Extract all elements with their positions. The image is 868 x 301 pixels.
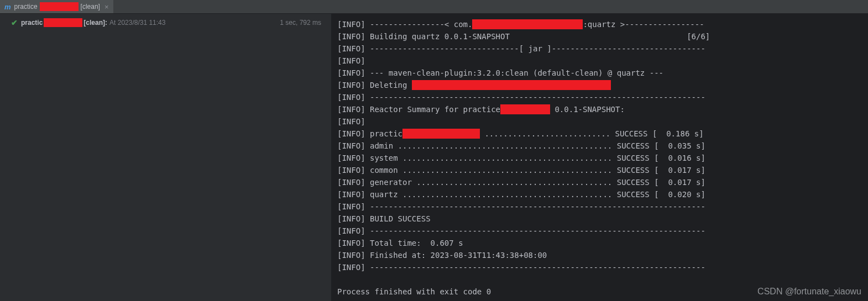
console-output-panel[interactable]: [INFO] ----------------< com.:quartz >--… — [332, 14, 868, 301]
run-duration: 1 sec, 792 ms — [280, 19, 327, 27]
success-check-icon: ✔ — [11, 18, 18, 27]
console-line: [INFO] ---------------------------------… — [337, 91, 862, 103]
console-line: [INFO] ---------------------------------… — [337, 261, 862, 273]
console-line: [INFO] system ..........................… — [337, 152, 862, 164]
console-line: [INFO] Reactor Summary for practice 0.0.… — [337, 103, 862, 115]
console-text: ........................... SUCCESS [ 0.… — [480, 129, 704, 138]
redacted-block — [44, 18, 82, 27]
run-tree-panel: ✔ practic [clean]: At 2023/8/31 11:43 1 … — [0, 14, 332, 301]
console-line: [INFO] Deleting — [337, 79, 862, 91]
run-goal: [clean]: — [83, 19, 107, 27]
main-area: ✔ practic [clean]: At 2023/8/31 11:43 1 … — [0, 14, 868, 301]
redacted-block — [500, 104, 550, 114]
console-text: :quartz >----------------- — [583, 20, 704, 29]
console-line: [INFO] quartz ..........................… — [337, 188, 862, 200]
console-line: [INFO] Building quartz 0.0.1-SNAPSHOT [6… — [337, 30, 862, 43]
console-line: [INFO] ----------------< com.:quartz >--… — [337, 18, 862, 30]
console-line: [INFO] --------------------------------[… — [337, 43, 862, 55]
run-config-tab[interactable]: m practice [clean] × — [0, 0, 113, 13]
console-text: 0.0.1-SNAPSHOT: — [550, 105, 625, 114]
console-line: [INFO] — [337, 55, 862, 67]
console-line: [INFO] generator .......................… — [337, 176, 862, 188]
console-line — [337, 273, 862, 286]
console-line: [INFO] --- maven-clean-plugin:3.2.0:clea… — [337, 67, 862, 79]
console-line: [INFO] admin ...........................… — [337, 140, 862, 152]
maven-icon: m — [4, 3, 11, 11]
console-line: [INFO] ---------------------------------… — [337, 225, 862, 237]
run-name-prefix: practic — [21, 19, 43, 27]
run-timestamp: At 2023/8/31 11:43 — [109, 19, 165, 27]
console-text: [INFO] Deleting — [337, 81, 412, 89]
console-line: [INFO] Finished at: 2023-08-31T11:43:38+… — [337, 249, 862, 261]
run-entry[interactable]: ✔ practic [clean]: At 2023/8/31 11:43 1 … — [0, 17, 331, 28]
console-line: [INFO] practic .........................… — [337, 128, 862, 140]
console-line: [INFO] — [337, 115, 862, 128]
console-line: [INFO] Total time: 0.607 s — [337, 237, 862, 249]
tab-bar: m practice [clean] × — [0, 0, 868, 14]
tab-name-prefix: practice — [14, 3, 38, 10]
watermark-text: CSDN @fortunate_xiaowu — [757, 287, 861, 297]
console-line: [INFO] BUILD SUCCESS — [337, 213, 862, 225]
console-text: [INFO] practic — [337, 129, 402, 138]
console-text: [INFO] Reactor Summary for practice — [337, 105, 500, 114]
redacted-block — [472, 19, 583, 29]
tab-goal: [clean] — [81, 3, 100, 10]
console-line: [INFO] ---------------------------------… — [337, 200, 862, 213]
console-text: [INFO] ----------------< com. — [337, 20, 472, 29]
close-icon[interactable]: × — [104, 3, 109, 11]
console-line: [INFO] common ..........................… — [337, 164, 862, 176]
redacted-block — [402, 129, 480, 139]
redacted-block — [40, 2, 79, 11]
redacted-block — [412, 80, 611, 90]
